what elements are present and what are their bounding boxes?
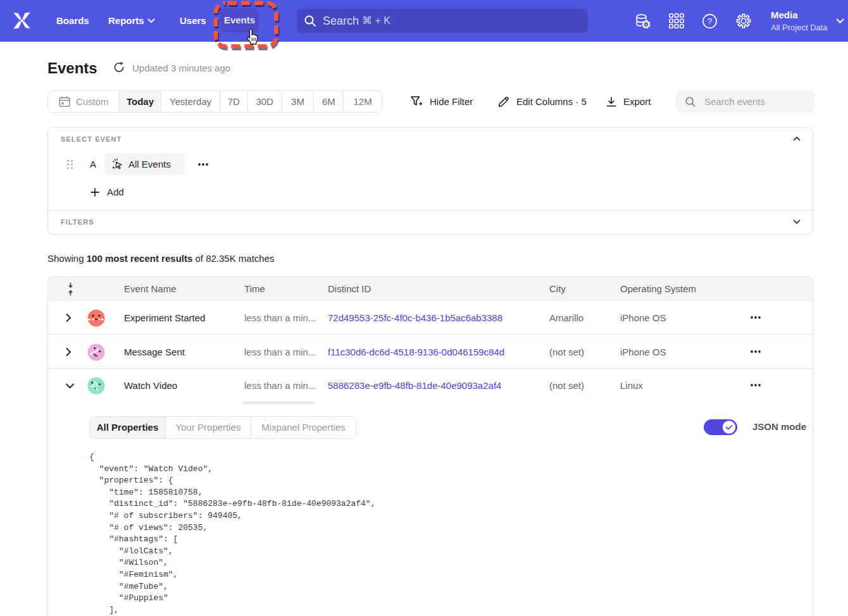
svg-text:?: ? (708, 16, 713, 26)
